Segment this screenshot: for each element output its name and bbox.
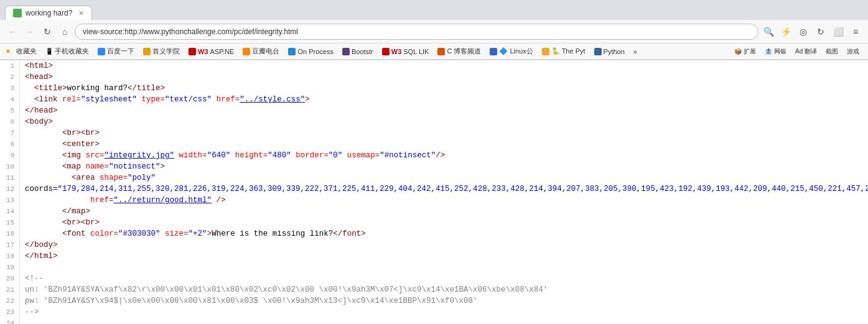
line-number: 9 <box>0 150 20 161</box>
window-button[interactable]: ⬜ <box>831 24 846 39</box>
line-number: 23 <box>0 307 20 318</box>
line-number: 7 <box>0 127 20 139</box>
line-content: <center> <box>20 139 868 150</box>
tab-close-button[interactable]: ✕ <box>78 9 84 17</box>
home-button[interactable]: ⌂ <box>57 24 72 39</box>
bookmark-linux[interactable]: 🔷 Linux公 <box>486 45 536 57</box>
netbank-bar[interactable]: 🏦 网银 <box>761 46 790 57</box>
back-button[interactable]: ← <box>5 24 20 39</box>
line-content: pw: 'BZh91AY&SY\x94$|\x0e\x00\x00\x00\x8… <box>20 295 868 307</box>
source-line-5: 5 </head> <box>0 105 868 116</box>
source-line-16: 16 <font color="#303030" size="+2">Where… <box>0 228 868 239</box>
bookmark-douban[interactable]: 豆瓣电台 <box>239 45 283 57</box>
source-line-1: 1 <html> <box>0 60 868 72</box>
line-content: un: 'BZh91AY&SYA\xaf\x82\r\x00\x00\x01\x… <box>20 284 868 295</box>
bookmark-label: 百度一下 <box>107 47 134 56</box>
nav-actions: 🔍 ⚡ ◎ ↻ ⬜ ≡ <box>761 24 863 39</box>
source-line-11: 11 <area shape="poly" <box>0 172 868 183</box>
bookmark-favicon <box>490 48 497 55</box>
source-line-10: 10 <map name="notinsect"> <box>0 161 868 172</box>
bookmark-favicon <box>288 48 296 55</box>
bookmark-label: 豆瓣电台 <box>252 47 279 56</box>
bookmark-favicon <box>143 48 151 55</box>
source-line-7: 7 <br><br> <box>0 127 868 139</box>
extensions-button[interactable]: ◎ <box>796 24 811 39</box>
more-button[interactable]: ≡ <box>848 24 863 39</box>
line-content: <body> <box>20 116 868 127</box>
translate-bar[interactable]: Ad 翻译 <box>791 46 821 57</box>
line-content: <title>working hard?</title> <box>20 83 868 94</box>
source-line-3: 3 <title>working hard?</title> <box>0 83 868 94</box>
source-line-17: 17 </body> <box>0 239 868 251</box>
line-content: <html> <box>20 60 868 72</box>
source-line-21: 21 un: 'BZh91AY&SYA\xaf\x82\r\x00\x00\x0… <box>0 284 868 295</box>
line-number: 4 <box>0 94 20 105</box>
source-line-19: 19 <box>0 262 868 273</box>
bookmark-python[interactable]: Python <box>590 47 628 57</box>
line-content: </html> <box>20 251 868 262</box>
screenshot-bar[interactable]: 截图 <box>822 46 842 57</box>
bookmark-favorites[interactable]: 收藏夹 <box>12 45 40 57</box>
line-number: 14 <box>0 206 20 217</box>
line-content: <link rel="stylesheet" type="text/css" h… <box>20 94 868 105</box>
reload-button[interactable]: ↻ <box>40 24 55 39</box>
source-line-6: 6 <body> <box>0 116 868 127</box>
line-content: <br><br> <box>20 127 868 139</box>
extensions-bar[interactable]: 📦 扩展 <box>730 46 760 57</box>
source-line-4: 4 <link rel="stylesheet" type="text/css"… <box>0 94 868 105</box>
source-line-22: 22 pw: 'BZh91AY&SY\x94$|\x0e\x00\x00\x00… <box>0 295 868 307</box>
bookmark-blog[interactable]: C 博客频道 <box>434 45 485 57</box>
bookmark-favicon <box>98 48 105 55</box>
line-content: href="../return/good.html" /> <box>20 195 868 206</box>
source-line-13: 13 href="../return/good.html" /> <box>0 195 868 206</box>
bookmark-more[interactable]: » <box>630 47 641 57</box>
games-bar[interactable]: 游戏 <box>843 46 863 57</box>
line-content: <br><br> <box>20 217 868 228</box>
bookmark-process[interactable]: On Process <box>284 47 337 57</box>
line-number: 15 <box>0 217 20 228</box>
bookmark-label2: SQL LIK <box>403 48 429 55</box>
line-number: 2 <box>0 72 20 83</box>
line-content: --> <box>20 307 868 318</box>
bookmark-label: Python <box>604 48 625 55</box>
bookmark-favicon <box>342 48 350 55</box>
bookmarks-star: ★ <box>5 47 11 55</box>
line-number: 11 <box>0 172 20 183</box>
bookmark-mobile[interactable]: 📱 手机收藏夹 <box>42 45 93 57</box>
bookmark-aspne[interactable]: W3 ASP.NE <box>185 47 238 57</box>
forward-button[interactable]: → <box>22 24 37 39</box>
source-line-9: 9 <img src="integrity.jpg" width="640" h… <box>0 150 868 161</box>
bookmark-favicon <box>542 48 549 55</box>
source-line-15: 15 <br><br> <box>0 217 868 228</box>
line-content: <area shape="poly" <box>20 172 868 183</box>
source-view: 1 <html> 2 <head> 3 <title>working hard?… <box>0 60 868 324</box>
bookmark-shouyixueyuan[interactable]: 首义学院 <box>139 45 184 57</box>
bookmark-bootstrap[interactable]: Bootstr <box>338 47 377 57</box>
source-line-18: 18 </html> <box>0 251 868 262</box>
bookmark-favicon <box>594 48 602 55</box>
address-bar[interactable] <box>75 24 758 40</box>
line-number: 5 <box>0 105 20 116</box>
line-content: <head> <box>20 72 868 83</box>
bookmark-sql[interactable]: W3 SQL LIK <box>378 47 433 57</box>
line-number: 21 <box>0 284 20 295</box>
menu-button[interactable]: ⚡ <box>778 24 793 39</box>
browser-chrome: working hard? ✕ ← → ↻ ⌂ 🔍 ⚡ ◎ ↻ ⬜ ≡ ★ 收藏… <box>0 0 868 60</box>
bookmark-thepyt[interactable]: 🐍 The Pyt <box>538 46 589 57</box>
line-number: 13 <box>0 195 20 206</box>
active-tab[interactable]: working hard? ✕ <box>5 6 92 20</box>
line-content: </head> <box>20 105 868 116</box>
bookmark-label: 收藏夹 <box>16 47 37 56</box>
source-line-20: 20 <!-- <box>0 273 868 284</box>
line-content: </map> <box>20 206 868 217</box>
bookmark-baidu[interactable]: 百度一下 <box>94 45 138 57</box>
line-number: 18 <box>0 251 20 262</box>
search-button[interactable]: 🔍 <box>761 24 776 39</box>
line-content: <font color="#303030" size="+2">Where is… <box>20 228 868 239</box>
line-number: 24 <box>0 318 20 324</box>
source-line-12: 12 coords="179,284,214,311,255,320,281,2… <box>0 183 868 195</box>
line-number: 16 <box>0 228 20 239</box>
tab-title: working hard? <box>26 9 72 17</box>
source-line-2: 2 <head> <box>0 72 868 83</box>
sync-button[interactable]: ↻ <box>813 24 828 39</box>
